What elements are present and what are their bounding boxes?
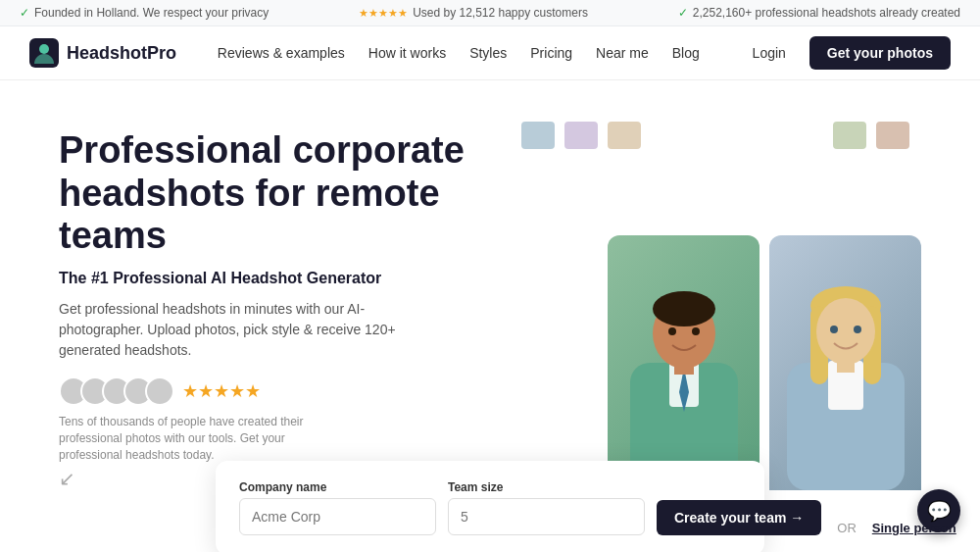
form-card: Company name Team size Create your team … [216, 461, 764, 552]
avatar-5 [145, 376, 174, 406]
nav-styles[interactable]: Styles [469, 45, 507, 61]
svg-point-16 [830, 326, 838, 333]
topbar-text-3: 2,252,160+ professional headshots alread… [693, 6, 960, 20]
logo-icon [29, 38, 59, 68]
mini-photos-top-left [519, 120, 643, 151]
nav-pricing[interactable]: Pricing [530, 45, 572, 61]
topbar-text-1: Founded in Holland. We respect your priv… [34, 6, 269, 20]
svg-point-8 [692, 327, 700, 335]
avatar-row: ★★★★★ [59, 376, 490, 406]
person-female-svg [777, 255, 914, 490]
nav-links: Reviews & examples How it works Styles P… [218, 45, 700, 61]
topbar-item-2: ★★★★★ Used by 12,512 happy customers [359, 6, 588, 20]
photo-female [769, 235, 921, 490]
mini-thumb-2 [563, 120, 600, 151]
svg-point-6 [653, 291, 715, 326]
team-input[interactable] [448, 498, 645, 535]
social-proof: Tens of thousands of people have created… [59, 414, 333, 463]
topbar-item-1: ✓ Founded in Holland. We respect your pr… [20, 6, 269, 20]
topbar-stars: ★★★★★ [359, 7, 408, 20]
mini-photos-top-right [831, 120, 911, 151]
team-group: Team size [448, 480, 645, 535]
logo[interactable]: HeadshotPro [29, 38, 176, 68]
check-icon-1: ✓ [20, 6, 29, 20]
company-group: Company name [239, 480, 436, 535]
svg-rect-18 [837, 361, 855, 373]
mini-thumb-3 [606, 120, 643, 151]
hero-title: Professional corporate headshots for rem… [59, 129, 490, 258]
top-bar: ✓ Founded in Holland. We respect your pr… [0, 0, 980, 26]
nav-actions: Login Get your photos [741, 36, 951, 70]
hero-right [490, 120, 921, 490]
person-male-svg [615, 255, 753, 490]
svg-point-1 [39, 44, 49, 54]
svg-point-17 [854, 326, 861, 333]
get-photos-button[interactable]: Get your photos [809, 36, 951, 70]
hero-section: Professional corporate headshots for rem… [0, 80, 980, 490]
svg-point-15 [816, 298, 875, 365]
nav-near[interactable]: Near me [596, 45, 649, 61]
avatar-group [59, 376, 174, 406]
svg-point-7 [668, 327, 676, 335]
mini-thumb-4 [831, 120, 868, 151]
single-person-link[interactable]: Single person [872, 521, 956, 535]
form-row: Company name Team size Create your team … [239, 480, 741, 535]
nav-how[interactable]: How it works [368, 45, 446, 61]
topbar-item-3: ✓ 2,252,160+ professional headshots alre… [678, 6, 960, 20]
login-button[interactable]: Login [741, 39, 798, 67]
mini-thumb-5 [874, 120, 911, 151]
star-rating: ★★★★★ [182, 380, 261, 402]
or-text: OR [837, 521, 857, 535]
hero-photos [608, 216, 921, 490]
create-team-button[interactable]: Create your team → [657, 500, 821, 535]
hero-desc: Get professional headshots in minutes wi… [59, 299, 431, 361]
nav-blog[interactable]: Blog [672, 45, 700, 61]
team-label: Team size [448, 480, 645, 494]
topbar-text-2: Used by 12,512 happy customers [413, 6, 588, 20]
company-input[interactable] [239, 498, 436, 535]
company-label: Company name [239, 480, 436, 494]
svg-rect-9 [674, 363, 694, 375]
check-icon-2: ✓ [678, 6, 688, 20]
stars: ★★★★★ [182, 380, 261, 402]
nav-reviews[interactable]: Reviews & examples [218, 45, 345, 61]
mini-thumb-1 [519, 120, 557, 151]
logo-text: HeadshotPro [67, 43, 176, 64]
hero-subtitle: The #1 Professional AI Headshot Generato… [59, 270, 490, 287]
navbar: HeadshotPro Reviews & examples How it wo… [0, 26, 980, 80]
hero-left: Professional corporate headshots for rem… [59, 120, 490, 490]
photo-male [608, 235, 760, 490]
form-section: Company name Team size Create your team … [0, 461, 980, 552]
